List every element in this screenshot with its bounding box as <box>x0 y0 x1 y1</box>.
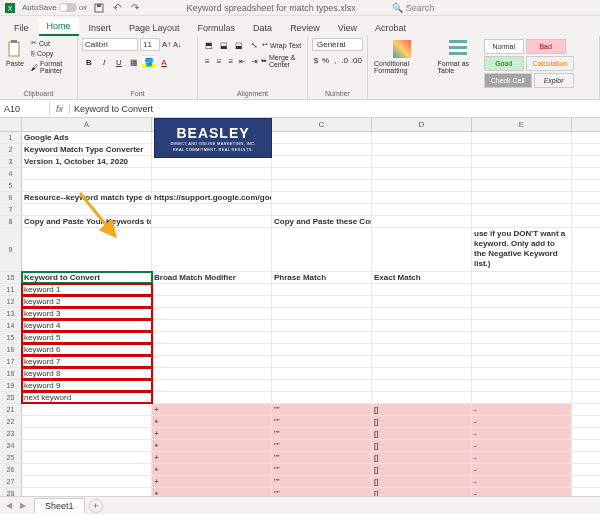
cell-C17[interactable] <box>272 356 372 367</box>
cell-B19[interactable] <box>152 380 272 391</box>
cell-A21[interactable] <box>22 404 152 415</box>
cell-D25[interactable]: [] <box>372 452 472 463</box>
tab-view[interactable]: View <box>330 20 365 36</box>
conditional-formatting-button[interactable]: Conditional Formatting <box>372 38 433 76</box>
cell-D19[interactable] <box>372 380 472 391</box>
style-normal[interactable]: Normal <box>484 39 524 54</box>
cell-D9[interactable] <box>372 228 472 271</box>
wrap-text-button[interactable]: ↩Wrap Text <box>262 38 301 52</box>
dec-dec-icon[interactable]: .00 <box>350 53 363 67</box>
cell-D3[interactable] <box>372 156 472 167</box>
sheet-nav-next[interactable]: ▶ <box>20 501 26 510</box>
cell-E12[interactable] <box>472 296 572 307</box>
cell-C7[interactable] <box>272 204 372 215</box>
row-header[interactable]: 13 <box>0 308 22 319</box>
tab-insert[interactable]: Insert <box>81 20 120 36</box>
style-check-cell[interactable]: Check Cell <box>484 73 532 88</box>
cell-D4[interactable] <box>372 168 472 179</box>
row-header[interactable]: 1 <box>0 132 22 143</box>
cell-E6[interactable] <box>472 192 572 203</box>
dec-inc-icon[interactable]: .0 <box>340 53 349 67</box>
align-left-icon[interactable]: ≡ <box>202 54 213 68</box>
row-header[interactable]: 23 <box>0 428 22 439</box>
cell-A25[interactable] <box>22 452 152 463</box>
row-header[interactable]: 19 <box>0 380 22 391</box>
cell-A9[interactable] <box>22 228 152 271</box>
align-center-icon[interactable]: ≡ <box>214 54 225 68</box>
row-header[interactable]: 20 <box>0 392 22 403</box>
cell-C8[interactable]: Copy and Paste these Converted Keywords … <box>272 216 372 227</box>
font-name-select[interactable]: Calibri <box>82 38 138 51</box>
cell-D21[interactable]: [] <box>372 404 472 415</box>
cell-D26[interactable]: [] <box>372 464 472 475</box>
cell-E7[interactable] <box>472 204 572 215</box>
row-header[interactable]: 2 <box>0 144 22 155</box>
cell-B20[interactable] <box>152 392 272 403</box>
cell-B17[interactable] <box>152 356 272 367</box>
decrease-font-icon[interactable]: A↓ <box>173 41 181 48</box>
row-header[interactable]: 6 <box>0 192 22 203</box>
row-header[interactable]: 25 <box>0 452 22 463</box>
cell-B23[interactable]: + <box>152 428 272 439</box>
align-middle-icon[interactable]: ⬓ <box>217 38 231 52</box>
row-header[interactable]: 22 <box>0 416 22 427</box>
cell-C21[interactable]: "" <box>272 404 372 415</box>
cell-B10[interactable]: Broad Match Modifier <box>152 272 272 283</box>
cell-B15[interactable] <box>152 332 272 343</box>
underline-button[interactable]: U <box>112 55 126 69</box>
cell-C19[interactable] <box>272 380 372 391</box>
cell-A4[interactable] <box>22 168 152 179</box>
cell-E19[interactable] <box>472 380 572 391</box>
cell-C13[interactable] <box>272 308 372 319</box>
cell-A22[interactable] <box>22 416 152 427</box>
sheet-tab-1[interactable]: Sheet1 <box>34 498 85 513</box>
row-header[interactable]: 4 <box>0 168 22 179</box>
cell-C12[interactable] <box>272 296 372 307</box>
cell-C5[interactable] <box>272 180 372 191</box>
cut-button[interactable]: ✂Cut <box>29 38 73 48</box>
cell-E11[interactable] <box>472 284 572 295</box>
cell-B7[interactable] <box>152 204 272 215</box>
add-sheet-button[interactable]: + <box>89 499 103 513</box>
undo-icon[interactable]: ↶ <box>111 2 123 14</box>
cell-C4[interactable] <box>272 168 372 179</box>
row-header[interactable]: 18 <box>0 368 22 379</box>
merge-center-button[interactable]: ⬌Merge & Center <box>261 54 303 68</box>
col-header-e[interactable]: E <box>472 118 572 131</box>
cell-C20[interactable] <box>272 392 372 403</box>
tab-page-layout[interactable]: Page Layout <box>121 20 188 36</box>
cell-A23[interactable] <box>22 428 152 439</box>
row-header[interactable]: 3 <box>0 156 22 167</box>
cell-C23[interactable]: "" <box>272 428 372 439</box>
cell-C15[interactable] <box>272 332 372 343</box>
cell-A2[interactable]: Keyword Match Type Converter <box>22 144 152 155</box>
style-calculation[interactable]: Calculation <box>526 56 575 71</box>
cell-A12[interactable]: keyword 2 <box>22 296 152 307</box>
tab-review[interactable]: Review <box>282 20 328 36</box>
cell-B5[interactable] <box>152 180 272 191</box>
font-color-button[interactable]: A <box>157 55 171 69</box>
cell-E10[interactable] <box>472 272 572 283</box>
cell-C9[interactable] <box>272 228 372 271</box>
cell-B16[interactable] <box>152 344 272 355</box>
cell-A17[interactable]: keyword 7 <box>22 356 152 367</box>
search-box[interactable]: 🔍 Search <box>392 3 435 13</box>
comma-icon[interactable]: , <box>331 53 339 67</box>
cell-D11[interactable] <box>372 284 472 295</box>
cell-D12[interactable] <box>372 296 472 307</box>
tab-acrobat[interactable]: Acrobat <box>367 20 414 36</box>
redo-icon[interactable]: ↷ <box>129 2 141 14</box>
orientation-icon[interactable]: ⤡ <box>247 38 261 52</box>
cell-D24[interactable]: [] <box>372 440 472 451</box>
style-bad[interactable]: Bad <box>526 39 566 54</box>
cell-D1[interactable] <box>372 132 472 143</box>
cell-E14[interactable] <box>472 320 572 331</box>
row-header[interactable]: 21 <box>0 404 22 415</box>
increase-font-icon[interactable]: A↑ <box>162 40 171 49</box>
formula-input[interactable]: Keyword to Convert <box>70 102 600 116</box>
cell-C22[interactable]: "" <box>272 416 372 427</box>
cell-B4[interactable] <box>152 168 272 179</box>
cell-A27[interactable] <box>22 476 152 487</box>
indent-dec-icon[interactable]: ⇤ <box>237 54 248 68</box>
style-explanatory[interactable]: Explor <box>534 73 574 88</box>
